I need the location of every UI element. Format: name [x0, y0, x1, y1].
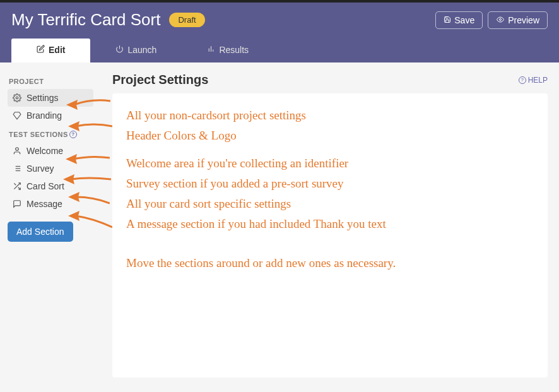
power-icon — [115, 45, 124, 55]
chart-icon — [207, 45, 215, 55]
tab-launch-label: Launch — [127, 45, 156, 55]
annotation-footer: Move the sections around or add new ones… — [124, 256, 536, 270]
page-title: Project Settings — [112, 73, 208, 87]
content-area: Project Settings ? HELP All your non-car… — [101, 62, 559, 391]
help-icon[interactable]: ? — [69, 131, 77, 138]
app-header: My Terrific Card Sort Draft Save Preview — [0, 3, 559, 62]
sidebar-heading-test-sections: TEST SECTIONS ? — [9, 131, 93, 138]
svg-line-15 — [14, 183, 16, 185]
sidebar-item-label: Survey — [26, 163, 54, 174]
tab-edit-label: Edit — [49, 45, 65, 55]
edit-icon — [37, 45, 45, 55]
shuffle-icon — [13, 182, 21, 191]
sidebar-item-label: Settings — [26, 93, 59, 103]
tab-results-label: Results — [219, 45, 249, 55]
annotation-branding: Header Colors & Logo — [124, 129, 536, 143]
sidebar-item-message[interactable]: Message — [8, 195, 93, 213]
diamond-icon — [13, 111, 21, 120]
list-icon — [13, 164, 21, 173]
content-panel: All your non-cardsort project settings H… — [112, 93, 548, 377]
save-icon — [444, 15, 451, 25]
eye-icon — [496, 15, 505, 25]
svg-point-5 — [16, 97, 18, 99]
tab-launch[interactable]: Launch — [90, 39, 182, 62]
tab-results[interactable]: Results — [182, 39, 274, 62]
gear-icon — [13, 93, 21, 102]
svg-point-0 — [500, 18, 502, 20]
message-icon — [13, 199, 21, 208]
sidebar-item-label: Branding — [26, 110, 62, 121]
sidebar: PROJECT Settings Branding TEST SECTIONS … — [0, 62, 101, 391]
person-icon — [13, 146, 21, 155]
annotation-survey: Survey section if you added a pre-sort s… — [124, 177, 536, 191]
annotation-message: A message section if you had included Th… — [124, 217, 536, 231]
sidebar-item-survey[interactable]: Survey — [8, 160, 93, 177]
svg-point-6 — [16, 148, 19, 151]
annotation-settings: All your non-cardsort project settings — [124, 109, 536, 122]
sidebar-item-label: Card Sort — [26, 181, 64, 191]
save-button-label: Save — [454, 15, 474, 25]
status-badge: Draft — [169, 13, 204, 27]
sidebar-item-label: Message — [26, 199, 62, 209]
save-button[interactable]: Save — [435, 11, 483, 29]
annotation-cardsort: All your card sort specific settings — [124, 197, 536, 211]
sidebar-item-label: Welcome — [26, 146, 63, 156]
help-link[interactable]: ? HELP — [519, 76, 548, 85]
sidebar-heading-project: PROJECT — [9, 78, 93, 85]
help-icon: ? — [519, 76, 526, 84]
annotation-welcome: Welcome area if you're collecting an ide… — [124, 157, 536, 170]
sidebar-item-branding[interactable]: Branding — [8, 107, 93, 124]
main-tabs: Edit Launch Results — [11, 39, 548, 62]
add-section-button[interactable]: Add Section — [8, 222, 73, 242]
preview-button-label: Preview — [508, 15, 539, 25]
preview-button[interactable]: Preview — [488, 11, 548, 29]
sidebar-item-welcome[interactable]: Welcome — [8, 142, 93, 160]
project-title: My Terrific Card Sort — [11, 10, 160, 30]
tab-edit[interactable]: Edit — [11, 39, 90, 62]
sidebar-item-settings[interactable]: Settings — [8, 89, 93, 107]
sidebar-item-cardsort[interactable]: Card Sort — [8, 177, 93, 195]
